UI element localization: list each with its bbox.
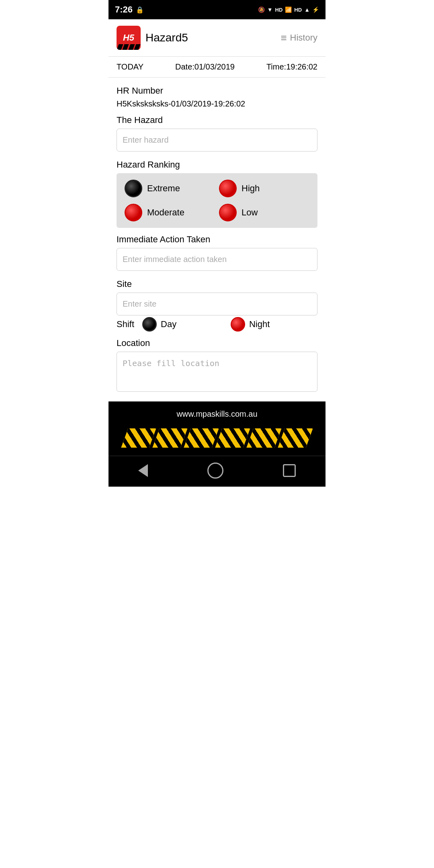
- recent-icon: [283, 464, 296, 477]
- ranking-moderate[interactable]: Moderate: [125, 204, 215, 221]
- logo-stripes: [117, 44, 141, 50]
- ranking-moderate-label: Moderate: [147, 207, 184, 218]
- nav-bar: [108, 456, 326, 487]
- today-label: TODAY: [117, 62, 143, 72]
- footer: www.mpaskills.com.au: [108, 401, 326, 456]
- app-logo: H5: [117, 26, 141, 50]
- date-bar: TODAY Date:01/03/2019 Time:19:26:02: [108, 57, 326, 78]
- app-logo-area: H5 Hazard5: [117, 26, 188, 50]
- mute-icon: 🔕: [258, 6, 265, 13]
- history-icon: ≡: [280, 32, 287, 44]
- ranking-extreme[interactable]: Extreme: [125, 180, 215, 197]
- ranking-high[interactable]: High: [219, 180, 309, 197]
- location-label: Location: [117, 338, 317, 348]
- footer-stripes: [108, 424, 326, 456]
- logo-stripe-4: [134, 44, 140, 50]
- radio-extreme[interactable]: [125, 180, 142, 197]
- immediate-action-label: Immediate Action Taken: [117, 234, 317, 245]
- stripe-6: [278, 428, 313, 448]
- wifi-icon: ▼: [267, 6, 273, 13]
- stripe-4: [215, 428, 250, 448]
- date-display: Date:01/03/2019: [175, 62, 235, 72]
- ranking-high-label: High: [242, 183, 260, 194]
- status-bar: 7:26 🔒 🔕 ▼ HD 📶 HD ▲ ⚡: [108, 0, 326, 19]
- signal-icon-2: ▲: [304, 6, 310, 13]
- lock-icon: 🔒: [136, 6, 144, 14]
- hazard-ranking-box: Extreme High Moderate Low: [117, 173, 317, 228]
- ranking-low[interactable]: Low: [219, 204, 309, 221]
- stripe-2: [152, 428, 187, 448]
- location-input[interactable]: [117, 352, 317, 392]
- shift-night-option[interactable]: Night: [231, 317, 270, 332]
- nav-home-button[interactable]: [207, 463, 223, 479]
- hazard-input[interactable]: [117, 129, 317, 151]
- ranking-low-label: Low: [242, 207, 258, 218]
- footer-url: www.mpaskills.com.au: [108, 401, 326, 424]
- app-logo-text: H5: [123, 33, 134, 43]
- time-display-bar: Time:19:26:02: [266, 62, 317, 72]
- nav-recent-button[interactable]: [283, 464, 296, 477]
- shift-row: Shift Day Night: [117, 317, 317, 332]
- logo-stripe-3: [128, 44, 135, 50]
- hr-number-value: H5Ksksksksks-01/03/2019-19:26:02: [117, 99, 317, 108]
- radio-low[interactable]: [219, 204, 237, 221]
- back-icon: [138, 464, 148, 477]
- stripe-1: [121, 428, 156, 448]
- the-hazard-label: The Hazard: [117, 115, 317, 125]
- immediate-action-input[interactable]: [117, 248, 317, 271]
- shift-day-option[interactable]: Day: [142, 317, 176, 332]
- battery-icon: ⚡: [312, 6, 319, 13]
- signal-icon-1: 📶: [285, 6, 292, 13]
- radio-high[interactable]: [219, 180, 237, 197]
- hd-label-2: HD: [294, 7, 302, 13]
- site-label: Site: [117, 279, 317, 289]
- status-icons: 🔕 ▼ HD 📶 HD ▲ ⚡: [258, 6, 319, 13]
- app-header: H5 Hazard5 ≡ History: [108, 19, 326, 57]
- shift-label: Shift: [117, 319, 134, 330]
- radio-moderate[interactable]: [125, 204, 142, 221]
- site-input[interactable]: [117, 293, 317, 315]
- history-label: History: [290, 33, 317, 43]
- radio-night[interactable]: [231, 317, 245, 332]
- hd-label-1: HD: [275, 7, 283, 13]
- home-icon: [207, 463, 223, 479]
- shift-day-label: Day: [161, 319, 176, 330]
- form-content: HR Number H5Ksksksksks-01/03/2019-19:26:…: [108, 78, 326, 401]
- history-button[interactable]: ≡ History: [280, 32, 317, 44]
- hazard-ranking-label: Hazard Ranking: [117, 160, 317, 170]
- hr-number-label: HR Number: [117, 86, 317, 96]
- status-time: 7:26 🔒: [115, 4, 144, 15]
- logo-stripe-2: [123, 44, 129, 50]
- nav-back-button[interactable]: [138, 464, 148, 477]
- radio-day[interactable]: [142, 317, 157, 332]
- app-title: Hazard5: [145, 31, 188, 44]
- ranking-extreme-label: Extreme: [147, 183, 180, 194]
- time-display: 7:26: [115, 4, 133, 15]
- stripe-5: [246, 428, 281, 448]
- shift-night-label: Night: [249, 319, 270, 330]
- stripe-3: [184, 428, 219, 448]
